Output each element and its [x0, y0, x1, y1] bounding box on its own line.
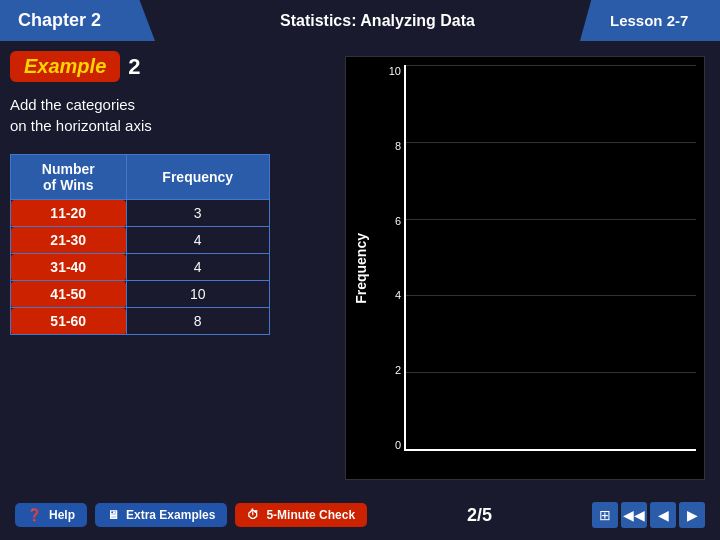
grid-line-6 — [406, 219, 696, 220]
frequency-cell: 3 — [126, 200, 270, 227]
example-number: 2 — [128, 54, 140, 80]
grid-line-2 — [406, 372, 696, 373]
nav-next-button[interactable]: ▶ — [679, 502, 705, 528]
footer-buttons: ❓ Help 🖥 Extra Examples ⏱ 5-Minute Check — [15, 503, 367, 527]
lesson-label: Lesson 2-7 — [580, 0, 720, 41]
frequency-cell: 4 — [126, 254, 270, 281]
table-row: 31-404 — [11, 254, 270, 281]
right-panel: Frequency 1086420 — [340, 51, 710, 485]
range-cell: 21-30 — [11, 227, 127, 254]
y-tick: 6 — [395, 215, 404, 227]
range-cell: 11-20 — [11, 200, 127, 227]
extra-examples-button[interactable]: 🖥 Extra Examples — [95, 503, 227, 527]
data-table: Number of Wins Frequency 11-20321-30431-… — [10, 154, 270, 335]
range-cell: 41-50 — [11, 281, 127, 308]
nav-back-button[interactable]: ◀◀ — [621, 502, 647, 528]
y-axis-label-container: Frequency — [346, 57, 376, 479]
grid-line-10 — [406, 65, 696, 66]
frequency-cell: 4 — [126, 227, 270, 254]
chart-area: Frequency 1086420 — [345, 56, 705, 480]
left-panel: Example 2 Add the categories on the hori… — [10, 51, 330, 485]
chapter-label: Chapter 2 — [0, 0, 155, 41]
desc-line2: on the horizontal axis — [10, 117, 152, 134]
table-row: 41-5010 — [11, 281, 270, 308]
frequency-cell: 8 — [126, 308, 270, 335]
y-axis-label: Frequency — [353, 233, 369, 304]
header: Chapter 2 Statistics: Analyzing Data Les… — [0, 0, 720, 41]
table-row: 11-203 — [11, 200, 270, 227]
help-label: Help — [49, 508, 75, 522]
header-title: Statistics: Analyzing Data — [155, 12, 580, 30]
col2-header: Frequency — [126, 155, 270, 200]
chapter-text: Chapter 2 — [18, 10, 101, 31]
five-minute-check-button[interactable]: ⏱ 5-Minute Check — [235, 503, 367, 527]
range-cell: 51-60 — [11, 308, 127, 335]
chart-plot — [404, 65, 696, 451]
range-cell: 31-40 — [11, 254, 127, 281]
footer: ❓ Help 🖥 Extra Examples ⏱ 5-Minute Check… — [0, 490, 720, 540]
grid-line-4 — [406, 295, 696, 296]
table-row: 21-304 — [11, 227, 270, 254]
help-icon: ❓ — [27, 508, 42, 522]
example-label: Example — [10, 51, 120, 82]
examples-icon: 🖥 — [107, 508, 119, 522]
lesson-text: Lesson 2-7 — [610, 12, 688, 29]
table-row: 51-608 — [11, 308, 270, 335]
y-axis-ticks: 1086420 — [376, 65, 404, 451]
description: Add the categories on the horizontal axi… — [10, 94, 330, 136]
examples-label: Extra Examples — [126, 508, 215, 522]
nav-prev-button[interactable]: ◀ — [650, 502, 676, 528]
desc-line1: Add the categories — [10, 96, 135, 113]
check-icon: ⏱ — [247, 508, 259, 522]
page-indicator: 2/5 — [467, 505, 492, 526]
chart-inner: 1086420 — [376, 57, 704, 479]
y-tick: 4 — [395, 289, 404, 301]
y-tick: 10 — [389, 65, 404, 77]
help-button[interactable]: ❓ Help — [15, 503, 87, 527]
col1-header: Number of Wins — [11, 155, 127, 200]
title-text: Statistics: Analyzing Data — [280, 12, 475, 29]
y-tick: 8 — [395, 140, 404, 152]
frequency-cell: 10 — [126, 281, 270, 308]
nav-home-button[interactable]: ⊞ — [592, 502, 618, 528]
example-badge: Example 2 — [10, 51, 330, 82]
y-tick: 2 — [395, 364, 404, 376]
main-content: Example 2 Add the categories on the hori… — [0, 41, 720, 490]
y-tick: 0 — [395, 439, 404, 451]
footer-nav: ⊞ ◀◀ ◀ ▶ — [592, 502, 705, 528]
check-label: 5-Minute Check — [266, 508, 355, 522]
grid-line-8 — [406, 142, 696, 143]
